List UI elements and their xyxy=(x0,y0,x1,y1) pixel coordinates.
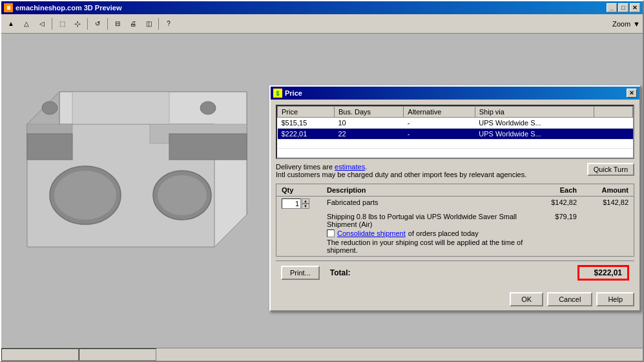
price-table: Price Bus. Days Alternative Ship via $51… xyxy=(277,106,633,158)
price-row2-days: 22 xyxy=(334,129,403,140)
dialog-title-left: 💲 Price xyxy=(273,89,302,98)
qty-col-header: Qty xyxy=(276,184,322,197)
toolbar-separator-3 xyxy=(107,18,108,30)
price-row1-extra xyxy=(594,118,633,129)
svg-point-13 xyxy=(200,101,216,114)
app-icon: 🖥 xyxy=(4,3,13,12)
consolidate-checkbox[interactable] xyxy=(327,229,335,237)
quick-turn-button[interactable]: Quick Turn xyxy=(587,163,634,176)
amount-col-header: Amount xyxy=(582,184,634,197)
order-qty-cell: ▲ ▼ xyxy=(276,197,322,211)
toolbar-separator-1 xyxy=(52,18,52,30)
toolbar-separator-4 xyxy=(158,18,159,30)
shipping-text: Shipping 0.8 lbs to Portugal via UPS Wor… xyxy=(327,213,525,228)
order-desc-cell: Fabricated parts xyxy=(322,197,530,211)
shipping-desc-cell: Shipping 0.8 lbs to Portugal via UPS Wor… xyxy=(322,211,530,256)
maximize-button[interactable]: □ xyxy=(618,3,628,12)
dialog-content: Price Bus. Days Alternative Ship via $51… xyxy=(271,100,639,290)
total-amount: $222,01 xyxy=(577,265,629,281)
shipping-row: Shipping 0.8 lbs to Portugal via UPS Wor… xyxy=(276,211,634,256)
zoom-down-icon[interactable]: ▼ xyxy=(633,20,640,28)
order-row-1: ▲ ▼ Fabricated parts $142,82 $142,82 xyxy=(276,197,634,211)
intl-text: Intl customers may be charged duty and o… xyxy=(276,171,526,178)
shipping-cost-cell: $79,19 xyxy=(530,211,582,256)
qty-input[interactable] xyxy=(282,198,301,209)
shipping-qty-cell xyxy=(276,211,322,256)
ok-button[interactable]: OK xyxy=(510,292,543,306)
svg-point-8 xyxy=(158,175,207,215)
estimates-link[interactable]: estimates xyxy=(335,163,365,171)
toolbar-grid[interactable]: ⊹ xyxy=(70,17,85,31)
price-row1-days: 10 xyxy=(334,118,403,129)
svg-point-6 xyxy=(54,171,116,220)
status-cell-2 xyxy=(79,348,156,361)
extra-col-header xyxy=(594,107,633,118)
svg-point-12 xyxy=(42,101,57,114)
toolbar-select[interactable]: ⬚ xyxy=(55,17,69,31)
order-amount-cell: $142,82 xyxy=(582,197,634,211)
qty-down-arrow[interactable]: ▼ xyxy=(302,204,309,209)
each-col-header: Each xyxy=(530,184,582,197)
total-bar: Print... Total: $222,01 xyxy=(276,261,634,284)
minimize-button[interactable]: _ xyxy=(607,3,617,12)
toolbar-print[interactable]: 🖨 xyxy=(126,17,140,31)
price-row2-alt: - xyxy=(404,129,475,140)
price-table-container: Price Bus. Days Alternative Ship via $51… xyxy=(276,105,634,159)
price-row-4 xyxy=(278,149,633,158)
reduction-text: The reduction in your shiping cost will … xyxy=(327,239,525,254)
price-row2-extra xyxy=(594,129,633,140)
svg-rect-9 xyxy=(27,134,72,160)
3d-preview-svg xyxy=(8,40,279,312)
dialog-close-button[interactable]: ✕ xyxy=(627,89,637,98)
shipvia-col-header: Ship via xyxy=(475,107,594,118)
shipping-amount-cell xyxy=(582,211,634,256)
help-button[interactable]: Help xyxy=(596,292,634,306)
status-cell-1 xyxy=(1,348,79,361)
toolbar-right: Zoom ▼ xyxy=(612,20,640,28)
toolbar-arrow[interactable]: ◁ xyxy=(35,17,49,31)
dialog-title-text: Price xyxy=(285,89,302,97)
status-bar xyxy=(1,348,644,361)
total-label: Total: xyxy=(330,268,351,277)
zoom-label: Zoom xyxy=(612,20,630,28)
alternative-col-header: Alternative xyxy=(404,107,475,118)
dialog-buttons: OK Cancel Help xyxy=(271,290,639,310)
svg-rect-10 xyxy=(169,134,247,160)
order-table-container: Qty Description Each Amount xyxy=(276,184,634,257)
dialog-title-bar: 💲 Price ✕ xyxy=(271,87,639,100)
busdays-col-header: Bus. Days xyxy=(334,107,403,118)
toolbar-triangle-solid[interactable]: ▲ xyxy=(4,17,18,31)
title-bar-buttons: _ □ ✕ xyxy=(607,3,640,12)
toolbar-separator-2 xyxy=(87,18,88,30)
toolbar-copy[interactable]: ◫ xyxy=(141,17,156,31)
consolidate-row: Consolidate shipment of orders placed to… xyxy=(327,229,525,237)
qty-spinner: ▲ ▼ xyxy=(302,198,309,209)
price-row1-ship: UPS Worldwide S... xyxy=(475,118,594,129)
window-title: emachineshop.com 3D Preview xyxy=(16,4,121,12)
price-row-3 xyxy=(278,140,633,149)
cancel-button[interactable]: Cancel xyxy=(547,292,592,306)
delivery-text: Delivery times are xyxy=(276,163,335,171)
price-dialog: 💲 Price ✕ Price Bus. Days Alternative Sh… xyxy=(269,85,641,312)
dialog-icon: 💲 xyxy=(273,89,282,98)
delivery-info: Delivery times are estimates. Intl custo… xyxy=(276,163,526,178)
main-window: 🖥 emachineshop.com 3D Preview _ □ ✕ ▲ △ … xyxy=(0,0,644,362)
order-each-cell: $142,82 xyxy=(530,197,582,211)
close-button[interactable]: ✕ xyxy=(630,3,640,12)
consolidate-link[interactable]: Consolidate shipment xyxy=(337,229,406,237)
svg-marker-11 xyxy=(72,92,169,124)
price-row2-ship: UPS Worldwide S... xyxy=(475,129,594,140)
toolbar-grid2[interactable]: ⊟ xyxy=(110,17,125,31)
toolbar-rotate[interactable]: ↺ xyxy=(90,17,105,31)
print-button[interactable]: Print... xyxy=(281,266,320,280)
price-row-2[interactable]: $222,01 22 - UPS Worldwide S... xyxy=(278,129,633,140)
title-bar-left: 🖥 emachineshop.com 3D Preview xyxy=(4,3,121,12)
price-row-1[interactable]: $515,15 10 - UPS Worldwide S... xyxy=(278,118,633,129)
desc-col-header: Description xyxy=(322,184,530,197)
title-bar: 🖥 emachineshop.com 3D Preview _ □ ✕ xyxy=(1,1,643,14)
order-table: Qty Description Each Amount xyxy=(276,184,634,256)
toolbar-help[interactable]: ? xyxy=(161,17,176,31)
qty-up-arrow[interactable]: ▲ xyxy=(302,198,309,204)
toolbar-triangle-outline[interactable]: △ xyxy=(19,17,34,31)
price-col-header: Price xyxy=(278,107,335,118)
